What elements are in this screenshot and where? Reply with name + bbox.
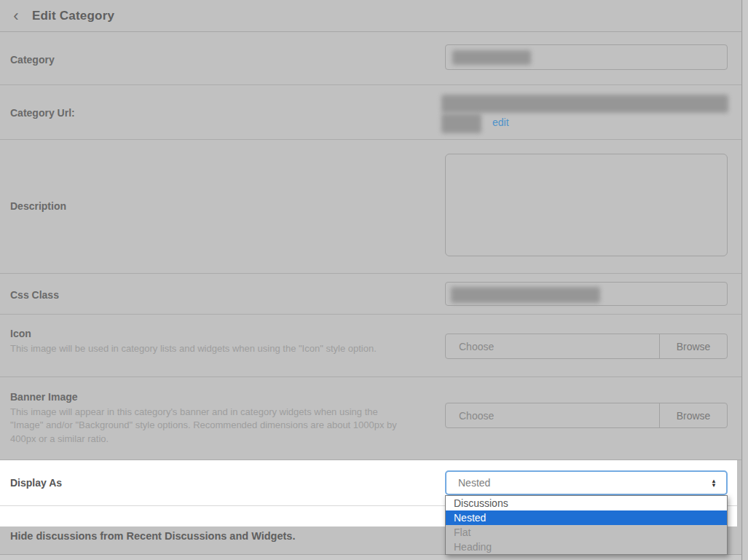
hide-discussions-heading: Hide discussions from Recent Discussions… <box>10 530 295 542</box>
icon-file-upload[interactable]: Choose Browse <box>445 334 728 359</box>
dropdown-option-heading[interactable]: Heading <box>446 540 727 554</box>
dropdown-option-nested[interactable]: Nested <box>446 510 727 525</box>
display-as-dropdown: Discussions Nested Flat Heading <box>445 495 728 555</box>
banner-image-row: Banner Image This image will appear in t… <box>0 377 741 460</box>
banner-image-help-text: This image will appear in this category'… <box>10 406 400 446</box>
css-class-label: Css Class <box>10 289 59 301</box>
description-row: Description <box>0 140 741 274</box>
css-class-row: Css Class <box>0 274 741 315</box>
edit-url-link[interactable]: edit <box>492 117 509 128</box>
category-url-label: Category Url: <box>10 107 75 119</box>
scrollbar-gutter <box>743 0 748 560</box>
category-label: Category <box>10 54 55 66</box>
category-input[interactable] <box>445 44 728 70</box>
redacted-category-value <box>452 50 531 65</box>
icon-browse-button[interactable]: Browse <box>659 334 727 358</box>
display-as-select[interactable]: Nested ▴▾ <box>445 470 728 495</box>
category-row: Category <box>0 32 741 85</box>
dropdown-option-flat[interactable]: Flat <box>446 525 727 540</box>
bottom-strip <box>0 555 741 560</box>
icon-label: Icon <box>10 328 31 339</box>
description-label: Description <box>10 200 66 212</box>
banner-browse-button[interactable]: Browse <box>659 403 727 427</box>
banner-choose-field[interactable]: Choose <box>446 403 659 427</box>
dropdown-option-discussions[interactable]: Discussions <box>446 496 727 510</box>
redacted-css-class-value <box>451 287 600 303</box>
description-textarea[interactable] <box>445 154 728 256</box>
back-chevron-icon[interactable]: ‹ <box>0 1 32 31</box>
redacted-category-url-slug <box>441 114 481 133</box>
icon-row: Icon This image will be used in category… <box>0 315 741 377</box>
category-url-row: Category Url: edit <box>0 85 741 140</box>
display-as-label: Display As <box>10 477 62 489</box>
display-as-selected-value: Nested <box>446 477 701 489</box>
icon-choose-field[interactable]: Choose <box>446 334 659 358</box>
banner-file-upload[interactable]: Choose Browse <box>445 403 728 428</box>
page-title: Edit Category <box>32 9 114 23</box>
css-class-input[interactable] <box>445 282 728 306</box>
redacted-category-url <box>441 95 728 113</box>
page-header: ‹ Edit Category <box>0 0 741 32</box>
icon-help-text: This image will be used in category list… <box>10 342 403 355</box>
banner-image-label: Banner Image <box>10 391 78 403</box>
select-updown-arrows-icon: ▴▾ <box>701 478 726 487</box>
